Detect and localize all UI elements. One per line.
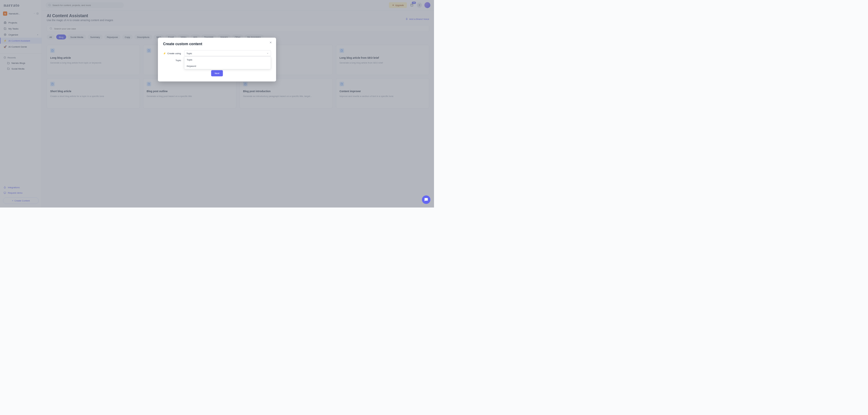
dropdown-option-topic[interactable]: Topic [184, 57, 271, 63]
create-using-label: ⚡ Create using [163, 52, 181, 55]
create-using-select[interactable]: Topic [184, 50, 271, 56]
topic-label: Topic [163, 59, 181, 62]
create-custom-content-modal: Create custom content ⚡ Create using Top… [158, 38, 276, 81]
chevron-down-icon [267, 53, 269, 55]
chat-icon [424, 198, 428, 202]
dropdown-option-keyword[interactable]: Keyword [184, 63, 271, 69]
chat-fab[interactable] [422, 196, 430, 204]
select-dropdown: Topic Keyword [184, 56, 271, 69]
lightning-icon: ⚡ [163, 52, 166, 55]
modal-title: Create custom content [163, 42, 271, 46]
modal-overlay: Create custom content ⚡ Create using Top… [0, 0, 434, 207]
close-button[interactable] [269, 41, 272, 44]
select-value: Topic [187, 52, 192, 55]
next-button[interactable]: Next [211, 70, 223, 76]
